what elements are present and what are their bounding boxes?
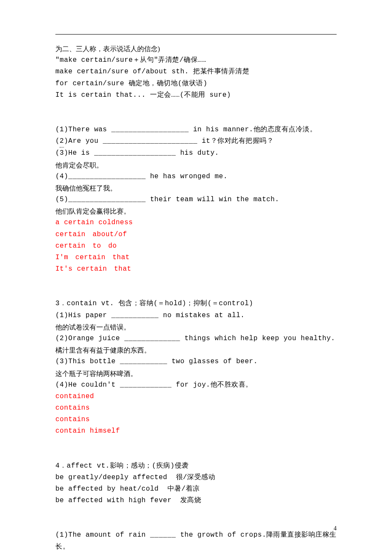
text-line: 我确信他冤枉了我。 — [55, 182, 337, 194]
text-line: (2)Are you ______________________ it？你对此… — [55, 136, 337, 147]
text-line: be affected with high fever 发高烧 — [55, 495, 337, 506]
answer-line: It's certain that — [55, 263, 337, 275]
answer-line: a certain coldness — [55, 217, 337, 228]
text-line: make certain/sure of/about sth. 把某件事情弄清楚 — [55, 66, 337, 78]
text-line: (5)__________________ their team will wi… — [55, 194, 337, 205]
answer-line: certain to do — [55, 240, 337, 252]
text-line: (4)__________________ he has wronged me. — [55, 171, 337, 182]
text-line: (3)This bottle ___________ two glasses o… — [55, 356, 337, 367]
text-fragment: ( — [55, 137, 60, 145]
text-line: (1)The amount of rain ______ the growth … — [55, 529, 337, 552]
text-line: (2)One of her lungs ____________ a littl… — [55, 553, 337, 555]
text-line: 他肯定会尽职。 — [55, 159, 337, 171]
blank-line — [55, 113, 337, 124]
text-line: 为二、三人称，表示说话人的信念) — [55, 43, 337, 55]
blank-line — [55, 275, 337, 286]
text-line: 这个瓶子可容纳两杯啤酒。 — [55, 368, 337, 379]
top-rule — [55, 34, 337, 35]
text-line: 4．affect vt.影响；感动；(疾病)侵袭 — [55, 460, 337, 472]
text-line: for certain/sure 确定地，确切地(做状语) — [55, 78, 337, 90]
blank-line — [55, 506, 337, 518]
document-content: 为二、三人称，表示说话人的信念) "make certain/sure＋从句"弄… — [55, 34, 337, 555]
text-line: (1)There was __________________ in his m… — [55, 124, 337, 136]
text-line: be affected by heat/cold 中暑/着凉 — [55, 483, 337, 495]
blank-line — [55, 437, 337, 449]
text-line: be greatly/deeply affected 很/深受感动 — [55, 472, 337, 483]
text-line: (2)Orange juice _____________ things whi… — [55, 333, 337, 344]
blank-line — [55, 449, 337, 460]
text-line: (1)His paper ___________ no mistakes at … — [55, 310, 337, 321]
answer-line: contains — [55, 402, 337, 414]
text-line: 他的试卷没有一点错误。 — [55, 321, 337, 333]
answer-line: certain about/of — [55, 229, 337, 240]
blank-line — [55, 286, 337, 298]
text-line: 3．contain vt. 包含；容纳(＝hold)；抑制(＝control) — [55, 298, 337, 309]
answer-line: I'm certain that — [55, 252, 337, 263]
dotted-char: 2 — [60, 136, 64, 147]
text-fragment: )Are you ______________________ it？你对此有把… — [64, 137, 274, 145]
text-line: 橘汁里含有有益于健康的东西。 — [55, 344, 337, 356]
answer-line: contained — [55, 391, 337, 402]
text-line: (3)He is ___________________ his duty. — [55, 147, 337, 159]
text-line: "make certain/sure＋从句"弄清楚/确保…… — [55, 55, 337, 66]
answer-line: contains — [55, 414, 337, 425]
blank-line — [55, 101, 337, 113]
text-line: 他们队肯定会赢得比赛。 — [55, 205, 337, 217]
answer-line: contain himself — [55, 425, 337, 437]
text-line: It is certain that... 一定会……(不能用 sure) — [55, 90, 337, 101]
blank-line — [55, 518, 337, 529]
page-number: 4 — [334, 523, 337, 534]
text-line: (4)He couldn't ____________ for joy.他不胜欢… — [55, 379, 337, 391]
